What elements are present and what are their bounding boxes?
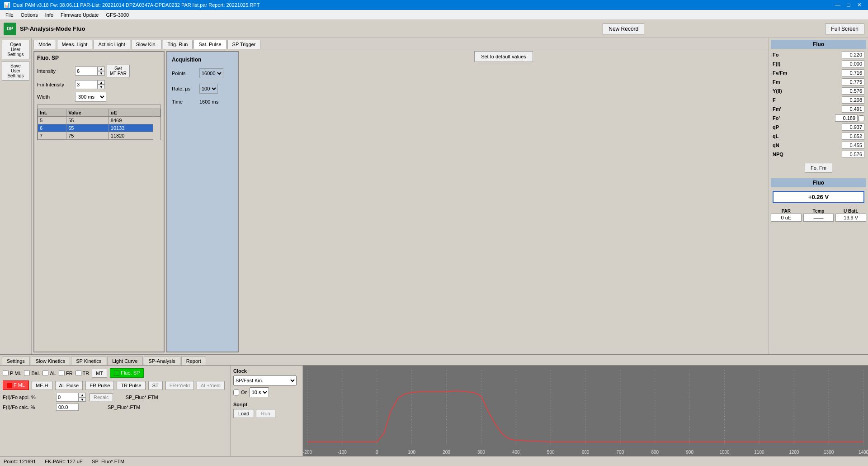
fluo-sp-button[interactable]: Fluo. SP [110, 368, 144, 378]
rate-select[interactable]: 100 [199, 84, 218, 94]
tr-check[interactable]: TR [75, 370, 90, 376]
minimize-button[interactable]: — [833, 0, 843, 10]
cell-value: 65 [66, 124, 109, 132]
fr-checkbox[interactable] [59, 370, 65, 376]
mt-button[interactable]: MT [92, 369, 107, 378]
fluo-fvfm-label: Fv/Fm [773, 70, 787, 76]
al-check[interactable]: AL [42, 370, 56, 376]
f-ml-button[interactable]: F ML [3, 380, 29, 390]
fluo-header: Fluo [771, 40, 866, 49]
table-row[interactable]: 5 55 8469 [38, 117, 160, 124]
script-section: Script Load Run [233, 402, 300, 418]
fluo-header2: Fluo [771, 178, 866, 187]
new-record-button[interactable]: New Record [603, 24, 644, 34]
tab-meas-light[interactable]: Meas. Light [57, 40, 93, 49]
run-script-button[interactable]: Run [256, 409, 275, 418]
fluo-yii-value: 0.576 [842, 87, 864, 95]
bal-check[interactable]: Bal. [24, 370, 40, 376]
col-int: Int. [38, 109, 66, 117]
fluo-fmprime-value: 0.491 [842, 105, 864, 113]
fr-check[interactable]: FR [59, 370, 73, 376]
btab-light-curve[interactable]: Light Curve [107, 357, 142, 365]
intensity-up-button[interactable]: ▲ [98, 67, 105, 71]
fr-pulse-button[interactable]: FR Pulse [85, 381, 114, 390]
p-ml-check[interactable]: P ML [3, 370, 21, 376]
open-user-settings-button[interactable]: OpenUserSettings [2, 40, 29, 59]
btab-settings[interactable]: Settings [2, 357, 30, 365]
fluo-fvfm-value: 0.716 [842, 69, 864, 76]
fi-fo-calc-input[interactable] [56, 404, 79, 411]
recalc-button[interactable]: Recalc [90, 393, 113, 401]
close-button[interactable]: ✕ [854, 0, 864, 10]
fluo-npq-row: NPQ 0.576 [771, 150, 866, 158]
btab-report[interactable]: Report [181, 357, 206, 365]
maximize-button[interactable]: □ [844, 0, 854, 10]
fm-intensity-up-button[interactable]: ▲ [98, 80, 105, 85]
points-select[interactable]: 16000 [199, 68, 223, 78]
menu-info[interactable]: Info [42, 11, 57, 19]
col-scroll [153, 109, 160, 117]
fi-fo-appl-down[interactable]: ▼ [79, 397, 86, 402]
cell-ue: 10133 [108, 124, 153, 132]
tab-sp-trigger[interactable]: SP Trigger [227, 40, 261, 49]
fluo-fo-row: Fo 0.220 [771, 51, 866, 59]
control-row-1: P ML Bal. AL FR TR MT Fluo. SP [3, 368, 227, 378]
fi-fo-appl-up[interactable]: ▲ [79, 393, 86, 397]
cell-int: 6 [38, 124, 66, 132]
fi-fo-appl-input[interactable] [56, 393, 79, 402]
left-sidebar: OpenUserSettings SaveUserSettings [0, 38, 32, 354]
tab-trig-run[interactable]: Trig. Run [163, 40, 193, 49]
mf-h-button[interactable]: MF-H [32, 381, 52, 390]
fm-intensity-down-button[interactable]: ▼ [98, 85, 105, 89]
tr-pulse-button[interactable]: TR Pulse [117, 381, 145, 390]
st-button[interactable]: ST [148, 381, 163, 390]
fullscreen-button[interactable]: Full Screen [825, 24, 864, 34]
intensity-down-button[interactable]: ▼ [98, 71, 105, 76]
btab-slow-kinetics[interactable]: Slow Kinetics [31, 357, 70, 365]
clock-interval-select[interactable]: 5 s 10 s 30 s 60 s [250, 387, 269, 397]
menu-gfs[interactable]: GFS-3000 [102, 11, 132, 19]
fluo-fmprime-row: Fm' 0.491 [771, 105, 866, 113]
menu-firmware[interactable]: Firmware Update [57, 11, 102, 19]
batt-label: U Batt. [835, 209, 866, 214]
temp-value: —— [803, 214, 834, 222]
tr-checkbox[interactable] [75, 370, 81, 376]
intensity-input[interactable] [75, 67, 98, 76]
intensity-spin-buttons: ▲ ▼ [98, 67, 105, 76]
app-icon: DP [4, 23, 16, 35]
al-yield-button[interactable]: AL+Yield [197, 381, 225, 390]
clock-mode-select[interactable]: SP/Fast Kin. Slow Kin. Light Curve [233, 376, 297, 385]
table-row[interactable]: 7 75 11820 [38, 132, 160, 140]
table-row[interactable]: 6 65 10133 [38, 124, 160, 132]
tab-mode[interactable]: Mode [33, 40, 56, 49]
temp-label: Temp [803, 209, 834, 214]
bal-checkbox[interactable] [24, 370, 30, 376]
menu-options[interactable]: Options [17, 11, 42, 19]
al-checkbox[interactable] [42, 370, 48, 376]
save-user-settings-button[interactable]: SaveUserSettings [2, 61, 29, 81]
width-select[interactable]: 100 ms 200 ms 300 ms 500 ms 1000 ms [75, 92, 106, 102]
fo-prime-checkbox[interactable] [859, 115, 864, 121]
clock-on-checkbox[interactable] [233, 390, 239, 395]
menu-file[interactable]: File [2, 11, 17, 19]
right-panel: Fluo Fo 0.220 F(I) 0.000 Fv/Fm 0.716 Fm [769, 38, 868, 354]
btab-sp-analysis[interactable]: SP-Analysis [144, 357, 180, 365]
bottom-chart [303, 366, 868, 456]
status-point: Point= 121691 [4, 459, 36, 464]
fo-fm-button[interactable]: Fo, Fm [805, 163, 832, 173]
btab-sp-kinetics[interactable]: SP Kinetics [71, 357, 106, 365]
fm-intensity-input[interactable] [75, 80, 98, 89]
load-script-button[interactable]: Load [233, 409, 254, 418]
tab-sat-pulse[interactable]: Sat. Pulse [193, 40, 226, 49]
fr-yield-button[interactable]: FR+Yield [165, 381, 194, 390]
get-mt-par-button[interactable]: GetMT PAR [107, 65, 130, 77]
al-pulse-button[interactable]: AL Pulse [55, 381, 83, 390]
main-center-area: Set to default values [241, 51, 767, 352]
tab-actinic-light[interactable]: Actinic Light [93, 40, 130, 49]
tab-slow-kin[interactable]: Slow Kin. [131, 40, 162, 49]
intensity-spinner: ▲ ▼ [75, 67, 105, 76]
bottom-left-controls: P ML Bal. AL FR TR MT Fluo. SP F ML MF-H [0, 366, 231, 456]
main-content: Mode Meas. Light Actinic Light Slow Kin.… [32, 38, 769, 354]
set-default-values-button[interactable]: Set to default values [474, 51, 533, 62]
p-ml-checkbox[interactable] [3, 370, 9, 376]
